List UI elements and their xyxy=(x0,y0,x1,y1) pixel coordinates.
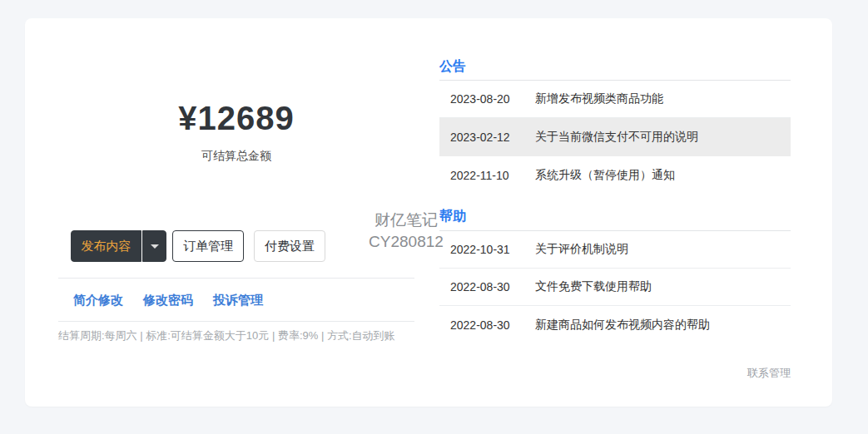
help-row[interactable]: 2022-08-30 新建商品如何发布视频内容的帮助 xyxy=(439,306,791,343)
account-links: 简介修改 修改密码 投诉管理 xyxy=(73,293,263,308)
settleable-amount-label: 可结算总金额 xyxy=(58,149,414,164)
site-watermark: 财亿笔记 CY280812 xyxy=(365,210,448,253)
change-password-link[interactable]: 修改密码 xyxy=(143,293,193,308)
announcement-row[interactable]: 2022-11-10 系统升级（暂停使用）通知 xyxy=(439,156,791,195)
settlement-info-text: 结算周期:每周六 | 标准:可结算金额大于10元 | 费率:9% | 方式:自动… xyxy=(58,328,395,343)
announcement-date: 2023-02-12 xyxy=(439,131,535,144)
payment-settings-button[interactable]: 付费设置 xyxy=(254,230,325,262)
help-title[interactable]: 文件免费下载使用帮助 xyxy=(535,279,652,294)
divider xyxy=(58,321,414,322)
actions-row: 发布内容 订单管理 付费设置 xyxy=(71,230,325,262)
help-date: 2022-08-30 xyxy=(439,280,535,293)
profile-edit-link[interactable]: 简介修改 xyxy=(73,293,123,308)
watermark-line2: CY280812 xyxy=(365,231,448,253)
caret-down-icon xyxy=(151,244,159,249)
help-date: 2022-10-31 xyxy=(439,243,535,256)
help-title[interactable]: 关于评价机制说明 xyxy=(535,242,628,257)
help-date: 2022-08-30 xyxy=(439,318,535,332)
publish-dropdown-toggle[interactable] xyxy=(142,230,166,262)
help-row[interactable]: 2022-10-31 关于评价机制说明 xyxy=(439,231,791,269)
announcement-title[interactable]: 新增发布视频类商品功能 xyxy=(535,91,663,106)
watermark-line1: 财亿笔记 xyxy=(365,210,448,231)
complaint-management-link[interactable]: 投诉管理 xyxy=(213,293,263,308)
announcement-title[interactable]: 系统升级（暂停使用）通知 xyxy=(535,168,675,183)
announcements-section-title: 公告 xyxy=(439,58,466,76)
help-section-title: 帮助 xyxy=(439,208,466,225)
settleable-amount: ¥12689 xyxy=(58,100,414,137)
announcement-row[interactable]: 2023-08-20 新增发布视频类商品功能 xyxy=(439,81,791,118)
announcement-title[interactable]: 关于当前微信支付不可用的说明 xyxy=(535,130,698,145)
balance-panel: ¥12689 可结算总金额 发布内容 订单管理 付费设置 财亿笔记 CY2808… xyxy=(58,18,414,407)
help-row[interactable]: 2022-08-30 文件免费下载使用帮助 xyxy=(439,269,791,306)
announcement-date: 2022-11-10 xyxy=(439,169,535,182)
news-panel: 公告 2023-08-20 新增发布视频类商品功能 2023-02-12 关于当… xyxy=(439,18,791,407)
help-title[interactable]: 新建商品如何发布视频内容的帮助 xyxy=(535,318,710,333)
contact-admin-link[interactable]: 联系管理 xyxy=(747,366,791,381)
announcement-date: 2023-08-20 xyxy=(439,92,535,106)
dashboard-card: ¥12689 可结算总金额 发布内容 订单管理 付费设置 财亿笔记 CY2808… xyxy=(25,18,832,407)
order-management-button[interactable]: 订单管理 xyxy=(172,230,244,262)
divider xyxy=(58,278,414,279)
announcement-row[interactable]: 2023-02-12 关于当前微信支付不可用的说明 xyxy=(439,118,791,156)
publish-content-button[interactable]: 发布内容 xyxy=(71,230,141,262)
